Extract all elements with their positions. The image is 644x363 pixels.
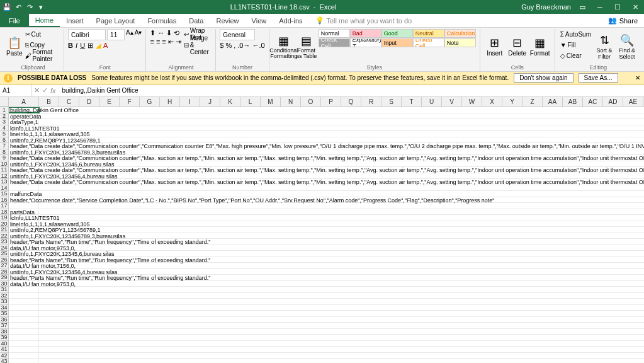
column-header[interactable]: S [381,97,402,107]
sort-filter-button[interactable]: ⇅Sort & Filter [594,29,615,64]
tab-addins[interactable]: Add-ins [273,14,308,27]
italic-button[interactable]: I [76,42,77,50]
column-header[interactable]: R [361,97,381,107]
cell[interactable]: unitInfo,2,REMQ8PY1,123456789,1 [9,137,39,143]
style-explanatory[interactable]: Explanatory T... [350,38,381,47]
cell[interactable]: unitInfo,1,FXYC20K,123456,4,bureau silas [9,173,39,179]
column-header[interactable]: P [321,97,341,107]
number-format-select[interactable]: General [220,29,255,40]
format-cells-button[interactable]: ▦Format [529,29,551,64]
cell[interactable] [9,293,39,299]
cell[interactable]: building,,Daikin Gent Office [9,107,39,113]
column-header[interactable]: B [39,97,59,107]
cell[interactable]: unitInfo,2,REMQ8PY1,123456789,1 [9,227,39,233]
cell[interactable]: partsData [9,209,39,215]
format-as-table-button[interactable]: ▤Format as Table [296,29,317,64]
cell[interactable]: data,I/U fan motor,7156,0, [9,263,39,268]
column-header[interactable]: I [180,97,200,107]
cut-button[interactable]: ✂Cut [24,29,60,39]
style-normal[interactable]: Normal [319,29,350,38]
column-header[interactable]: H [160,97,180,107]
dec-dec-icon[interactable]: ←.0 [252,42,264,49]
undo-icon[interactable]: ↶ [14,3,23,11]
tab-review[interactable]: Review [210,14,245,27]
share-button[interactable]: 👥 Share [602,14,644,27]
merge-center-button[interactable]: ⊟Merge & Center [183,40,212,50]
save-as-button[interactable]: Save As... [579,73,618,83]
format-painter-button[interactable]: 🖌Format Painter [24,50,60,60]
style-neutral[interactable]: Neutral [413,29,444,38]
cell[interactable]: dataType,1 [9,119,39,125]
align-middle-icon[interactable]: ↔ [157,29,164,37]
cell[interactable]: header,"Data create date","Communication… [9,167,39,173]
save-icon[interactable]: 💾 [3,3,11,11]
column-header[interactable]: AC [583,97,603,107]
column-header[interactable]: J [200,97,220,107]
cell[interactable] [9,359,39,363]
orientation-icon[interactable]: ⟲ [174,29,179,37]
cell[interactable] [9,323,39,328]
tab-home[interactable]: Home [29,14,60,27]
bold-button[interactable]: B [68,42,73,50]
dec-inc-icon[interactable]: .0→ [237,42,250,49]
style-bad[interactable]: Bad [350,29,381,38]
clear-button[interactable]: ◇Clear [559,50,592,60]
column-header[interactable]: AD [603,97,623,107]
fill-button[interactable]: ▼Fill [559,40,592,50]
border-button[interactable]: ⊞ [88,42,93,50]
fx-icon[interactable]: fx [50,87,56,95]
cell[interactable] [9,185,39,191]
increase-font-icon[interactable]: A▴ [126,29,133,40]
cell[interactable] [9,299,39,304]
column-header[interactable]: G [140,97,160,107]
column-header[interactable]: Q [341,97,361,107]
column-header[interactable]: AB [563,97,583,107]
cell[interactable] [9,203,39,209]
style-note[interactable]: Note [444,38,476,47]
indent-inc-icon[interactable]: ⇥ [176,38,181,46]
select-all-corner[interactable] [0,97,9,107]
cell[interactable]: malfuncData [9,191,39,197]
ribbon-options-icon[interactable]: ▭ [576,1,589,13]
column-header[interactable]: W [462,97,482,107]
style-check-cell[interactable]: Check Cell [319,38,350,47]
column-header[interactable]: AA [543,97,563,107]
cell[interactable]: header,"Parts Name","Run time","Run freq… [9,239,39,245]
insert-cells-button[interactable]: ⊞Insert [484,29,506,64]
column-header[interactable]: O [301,97,321,107]
cell[interactable]: lcInfo,LL1NTEST01 [9,125,39,131]
align-bottom-icon[interactable]: ⬇ [166,29,172,37]
cell[interactable] [9,311,39,316]
comma-icon[interactable]: , [234,42,235,49]
tell-me-search[interactable]: 💡 Tell me what you want to do [315,14,412,27]
column-header[interactable]: U [422,97,442,107]
cell[interactable]: header,"Parts Name","Run time","Run freq… [9,275,39,280]
column-header[interactable]: Y [502,97,523,107]
cell[interactable]: header,"Data create date","Communication… [9,179,39,185]
currency-icon[interactable]: $ [220,42,223,49]
font-name-select[interactable]: Calibri [68,29,106,40]
cell[interactable]: header,"Data create date","Communication… [9,155,39,161]
find-select-button[interactable]: 🔍Find & Select [616,29,638,64]
align-left-icon[interactable]: ≡ [150,38,154,46]
cell[interactable]: lineInfo,1,1,1,1,silasenward,305 [9,131,39,137]
cell[interactable]: header,"Data create date","Communication… [9,143,39,149]
formula-input[interactable]: building,,Daikin Gent Office [59,84,644,96]
cell[interactable]: unitInfo,1,FXYC20K,12345,6,bureau silas [9,161,39,167]
style-good[interactable]: Good [381,29,413,38]
name-box[interactable]: A1 [0,84,31,96]
align-right-icon[interactable]: ≡ [162,38,166,46]
redo-icon[interactable]: ↷ [25,3,34,11]
cell[interactable]: unitInfo,1,FXYC20K,123456,4,bureau silas [9,269,39,275]
indent-dec-icon[interactable]: ⇤ [168,38,174,46]
maximize-button[interactable]: ☐ [611,1,624,13]
column-header[interactable]: Z [523,97,543,107]
close-button[interactable]: ✕ [629,1,641,13]
tab-formulas[interactable]: Formulas [141,14,183,27]
decrease-font-icon[interactable]: A▾ [135,29,142,40]
cell[interactable] [9,347,39,352]
style-input[interactable]: Input [381,38,413,47]
cell[interactable] [9,329,39,335]
align-top-icon[interactable]: ⬆ [150,29,155,37]
cell[interactable] [9,287,39,292]
